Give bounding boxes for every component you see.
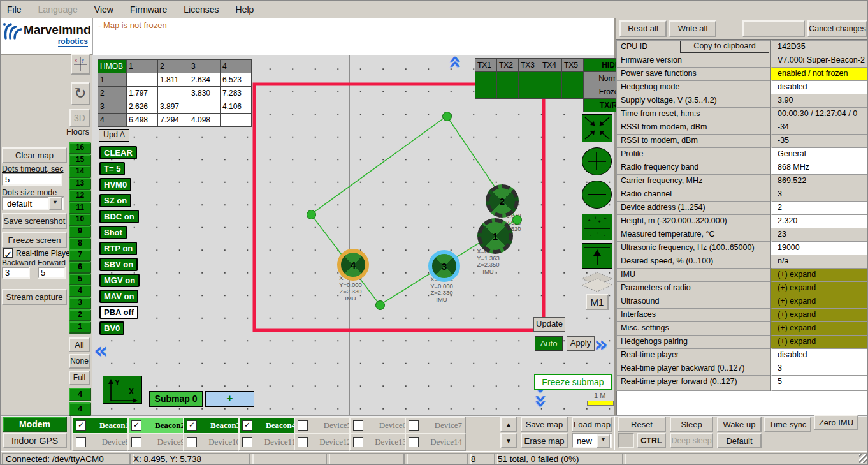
rotate-icon[interactable]: ↻: [71, 82, 90, 105]
device-checkbox[interactable]: [409, 420, 419, 431]
save-map-button[interactable]: Save map: [521, 417, 568, 432]
menu-file[interactable]: File: [7, 4, 31, 15]
map-button-sz-on[interactable]: SZ on: [99, 194, 131, 207]
device-cell-device13[interactable]: Device13: [349, 433, 410, 451]
submap-vertex-dot[interactable]: [307, 210, 316, 219]
floors-full-button[interactable]: Full: [69, 371, 90, 385]
write-all-button[interactable]: Write all: [669, 20, 716, 37]
device-cell-beacon3[interactable]: ✓Beacon3: [183, 417, 244, 434]
device-checkbox[interactable]: [298, 420, 308, 431]
scroll-down2-icon[interactable]: »: [533, 394, 551, 408]
tx-status-cell[interactable]: [497, 85, 519, 99]
menu-firmware[interactable]: Firmware: [130, 4, 176, 15]
floor-button-16[interactable]: 16: [69, 142, 91, 154]
indoor-gps-button[interactable]: Indoor GPS: [3, 433, 67, 448]
device-cell-device5[interactable]: Device5: [294, 417, 355, 434]
dots-size-select[interactable]: default ▼: [2, 196, 64, 210]
tx-status-cell[interactable]: [475, 72, 497, 85]
upload-map-icon[interactable]: [582, 243, 612, 269]
tx-status-cell[interactable]: [540, 72, 562, 85]
layers-icon[interactable]: [579, 271, 615, 293]
devices-scroll-down[interactable]: ▼: [500, 433, 517, 448]
tx-status-cell[interactable]: [519, 85, 540, 99]
device-checkbox[interactable]: [131, 437, 141, 447]
tx-status-cell[interactable]: [540, 85, 562, 99]
device-cell-beacon2[interactable]: ✓Beacon2: [127, 417, 189, 434]
device-checkbox[interactable]: ✓: [242, 420, 252, 431]
map-button-clear[interactable]: CLEAR: [99, 146, 137, 159]
devices-scroll-up[interactable]: ▲: [500, 417, 517, 432]
beacon-4[interactable]: 4: [337, 249, 369, 281]
default-button[interactable]: Default: [717, 433, 762, 448]
reset-button[interactable]: Reset: [618, 417, 666, 432]
device-checkbox[interactable]: [409, 437, 419, 447]
device-cell-device14[interactable]: Device14: [405, 433, 466, 451]
tx-status-cell[interactable]: [519, 72, 540, 85]
dots-filter-icon[interactable]: ++++.+.: [582, 214, 612, 240]
menu-help[interactable]: Help: [236, 4, 263, 15]
scroll-right-icon[interactable]: »: [594, 335, 608, 353]
modem-button[interactable]: Modem: [3, 417, 67, 432]
freeze-submap-button[interactable]: Freeze submap: [534, 374, 612, 390]
clear-map-button[interactable]: Clear map: [2, 147, 67, 163]
upd-a-button[interactable]: Upd A: [99, 129, 129, 142]
device-checkbox[interactable]: ✓: [76, 420, 86, 431]
device-cell-beacon1[interactable]: ✓Beacon1: [72, 417, 133, 434]
zero-imu-button[interactable]: Zero IMU: [814, 415, 858, 430]
menu-licenses[interactable]: Licenses: [184, 4, 228, 15]
zoom-in-icon[interactable]: [582, 147, 612, 175]
freeze-screen-button[interactable]: Freeze screen: [2, 232, 67, 248]
cancel-changes-button[interactable]: Cancel changes: [807, 20, 867, 37]
chevron-down-icon[interactable]: ▼: [597, 434, 610, 448]
device-cell-device7[interactable]: Device7: [405, 417, 466, 434]
ctrl-checkbox[interactable]: [618, 433, 634, 448]
view-3d-button[interactable]: 3D: [69, 109, 90, 127]
fit-map-icon[interactable]: [582, 114, 612, 142]
map-button-sbv-on[interactable]: SBV on: [99, 258, 138, 271]
floors-all-button[interactable]: All: [69, 337, 90, 352]
load-map-button[interactable]: Load map: [572, 417, 612, 432]
dots-timeout-input[interactable]: [2, 173, 62, 186]
floor-button-14[interactable]: 14: [69, 166, 91, 178]
apply-button[interactable]: Apply: [567, 336, 595, 351]
erase-map-button[interactable]: Erase map: [521, 433, 568, 448]
map-button-rtp-on[interactable]: RTP on: [99, 242, 137, 255]
device-checkbox[interactable]: [76, 437, 86, 447]
floor-extra-1[interactable]: 4: [69, 402, 91, 416]
floor-button-13[interactable]: 13: [69, 178, 91, 190]
floor-button-9[interactable]: 9: [69, 226, 91, 238]
submap0-button[interactable]: Submap 0: [149, 391, 203, 407]
backward-input[interactable]: [2, 267, 30, 279]
floors-none-button[interactable]: None: [69, 354, 90, 369]
tx-status-cell[interactable]: [562, 85, 584, 99]
floor-button-5[interactable]: 5: [69, 274, 91, 286]
floor-button-1[interactable]: 1: [69, 321, 91, 334]
tx-status-cell[interactable]: [562, 72, 584, 85]
floor-button-12[interactable]: 12: [69, 190, 91, 202]
device-cell-beacon4[interactable]: ✓Beacon4: [238, 417, 300, 434]
save-screenshot-button[interactable]: Save screenshot: [2, 213, 67, 229]
copy-to-clipboard-button[interactable]: Copy to clipboard: [680, 41, 769, 53]
device-cell-device8[interactable]: Device8: [72, 433, 133, 451]
device-checkbox[interactable]: [298, 437, 308, 447]
read-all-button[interactable]: Read all: [619, 20, 667, 37]
map-button-bv0[interactable]: BV0: [99, 321, 124, 335]
floor-button-7[interactable]: 7: [69, 249, 91, 262]
device-cell-device10[interactable]: Device10: [183, 433, 244, 451]
blank-button[interactable]: [742, 20, 805, 37]
scroll-left-icon[interactable]: «: [94, 341, 108, 359]
floor-button-11[interactable]: 11: [69, 202, 91, 214]
beacon-2[interactable]: 2: [486, 184, 519, 218]
device-checkbox[interactable]: ✓: [187, 420, 197, 431]
map-button-t-5[interactable]: T= 5: [99, 162, 125, 175]
device-checkbox[interactable]: [242, 437, 252, 447]
tx-status-cell[interactable]: [475, 85, 497, 99]
floor-button-3[interactable]: 3: [69, 297, 91, 309]
device-checkbox[interactable]: [353, 420, 363, 431]
add-submap-button[interactable]: +: [205, 391, 254, 407]
chevron-down-icon[interactable]: ▼: [48, 197, 62, 210]
update-button[interactable]: Update: [533, 317, 565, 332]
floor-button-15[interactable]: 15: [69, 154, 91, 166]
map-slot-select[interactable]: new ▼: [572, 433, 612, 448]
submap-vertex-dot[interactable]: [375, 300, 385, 310]
